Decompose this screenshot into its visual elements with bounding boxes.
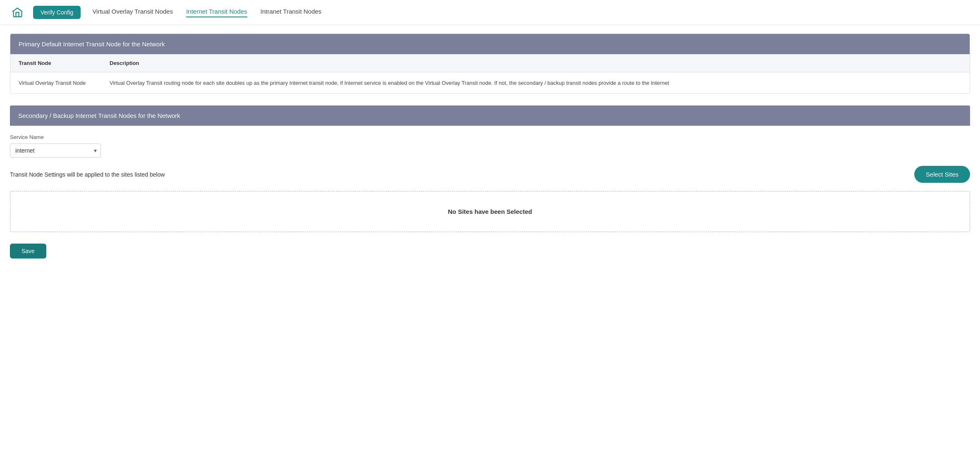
- main-content: Primary Default Internet Transit Node fo…: [0, 25, 980, 267]
- secondary-section-header: Secondary / Backup Internet Transit Node…: [10, 105, 970, 126]
- save-button[interactable]: Save: [10, 244, 46, 258]
- tab-internet-transit[interactable]: Internet Transit Nodes: [186, 8, 247, 17]
- no-sites-box: No Sites have been Selected: [10, 191, 970, 232]
- primary-section-header: Primary Default Internet Transit Node fo…: [10, 34, 970, 54]
- service-name-label: Service Name: [10, 134, 970, 140]
- description-cell: Virtual Overlay Transit routing node for…: [101, 72, 970, 94]
- transit-row: Transit Node Settings will be applied to…: [10, 166, 970, 183]
- primary-section: Primary Default Internet Transit Node fo…: [10, 34, 970, 94]
- service-name-group: Service Name internet wan other ▾: [10, 134, 970, 158]
- primary-table: Transit Node Description Virtual Overlay…: [10, 54, 970, 93]
- table-header-row: Transit Node Description: [10, 54, 970, 72]
- header: Verify Config Virtual Overlay Transit No…: [0, 0, 980, 25]
- main-nav: Virtual Overlay Transit Nodes Internet T…: [92, 8, 321, 17]
- col-transit-node: Transit Node: [10, 54, 101, 72]
- tab-virtual-overlay[interactable]: Virtual Overlay Transit Nodes: [92, 8, 173, 17]
- secondary-section: Secondary / Backup Internet Transit Node…: [10, 105, 970, 258]
- service-name-select[interactable]: internet wan other: [10, 144, 101, 158]
- col-description: Description: [101, 54, 970, 72]
- no-sites-text: No Sites have been Selected: [448, 208, 532, 215]
- transit-row-text: Transit Node Settings will be applied to…: [10, 171, 165, 178]
- table-row: Virtual Overlay Transit Node Virtual Ove…: [10, 72, 970, 94]
- tab-intranet-transit[interactable]: Intranet Transit Nodes: [261, 8, 322, 17]
- transit-node-cell: Virtual Overlay Transit Node: [10, 72, 101, 94]
- select-sites-button[interactable]: Select Sites: [914, 166, 970, 183]
- home-icon[interactable]: [10, 5, 25, 20]
- verify-config-button[interactable]: Verify Config: [33, 6, 81, 19]
- service-name-select-wrapper: internet wan other ▾: [10, 144, 101, 158]
